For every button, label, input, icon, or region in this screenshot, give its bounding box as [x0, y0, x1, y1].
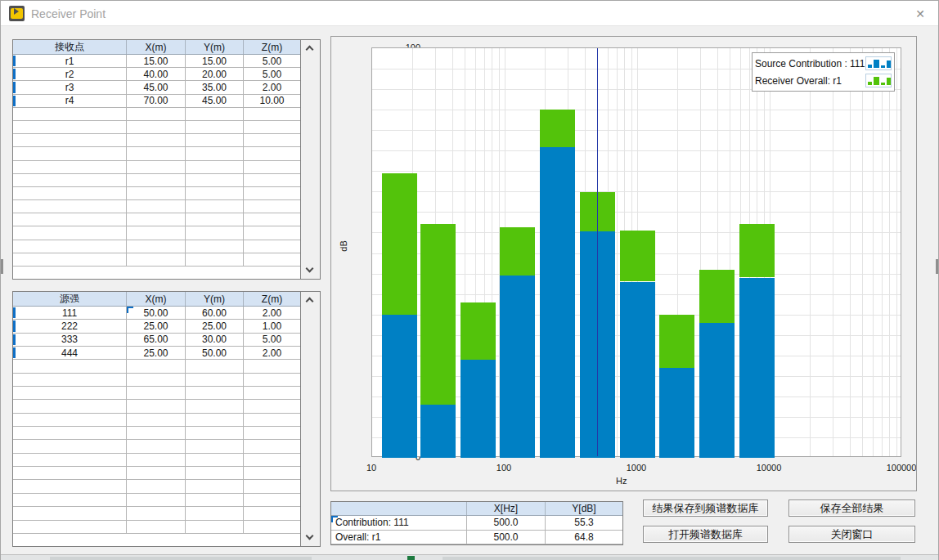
table-cell[interactable]	[186, 240, 244, 253]
table-cell[interactable]	[127, 454, 186, 466]
table-cell[interactable]	[127, 108, 186, 120]
table-cell[interactable]: 25.00	[127, 347, 186, 359]
table-cell[interactable]	[244, 187, 300, 199]
table-row[interactable]	[13, 387, 300, 400]
table-cell[interactable]	[186, 213, 244, 226]
table-cell[interactable]	[127, 480, 186, 492]
table-row[interactable]	[13, 121, 300, 134]
table-row[interactable]	[13, 440, 300, 453]
table-cell[interactable]: 5.00	[244, 334, 300, 346]
table-cell[interactable]	[13, 161, 127, 173]
table-cell[interactable]: 5.00	[244, 55, 300, 67]
legend-item-contribution[interactable]: Source Contribution : 111	[755, 55, 892, 72]
table-cell[interactable]	[127, 467, 186, 479]
table-cell[interactable]	[244, 108, 300, 120]
table-cell[interactable]: 5.00	[244, 68, 300, 80]
table-cell[interactable]	[244, 467, 300, 479]
table-cell[interactable]: r4	[13, 95, 127, 107]
table-cell[interactable]	[13, 174, 127, 186]
table-cell[interactable]	[186, 507, 244, 519]
table-cell[interactable]	[127, 253, 186, 266]
table-cell[interactable]	[244, 374, 300, 386]
table-cell[interactable]	[13, 134, 127, 146]
table-cell[interactable]	[13, 226, 127, 239]
table-cell[interactable]	[13, 480, 127, 492]
table-cell[interactable]	[127, 240, 186, 253]
bar-plot-icon[interactable]	[865, 56, 892, 70]
table-cell[interactable]	[186, 440, 244, 452]
table-cell[interactable]	[244, 253, 300, 266]
table-cell[interactable]	[127, 387, 186, 399]
table-row[interactable]	[13, 374, 300, 387]
table-cell[interactable]: 70.00	[127, 95, 186, 107]
table-cell[interactable]: 40.00	[127, 68, 186, 80]
table-cell[interactable]	[186, 360, 244, 372]
table-cell[interactable]	[127, 134, 186, 146]
table-cell[interactable]: 111	[13, 307, 127, 319]
table-row[interactable]	[13, 187, 300, 200]
table-cell[interactable]: Overall: r1	[331, 531, 467, 544]
table-cell[interactable]: 15.00	[127, 55, 186, 67]
table-cell[interactable]	[186, 427, 244, 439]
table-cell[interactable]	[127, 226, 186, 239]
scroll-up-icon[interactable]	[307, 297, 313, 303]
table-cell[interactable]	[244, 480, 300, 492]
table-cell[interactable]	[244, 454, 300, 466]
table-row[interactable]	[13, 161, 300, 174]
table-row[interactable]	[13, 507, 300, 520]
table-cell[interactable]: 25.00	[186, 320, 244, 332]
cursor-readout-table[interactable]: X[Hz]Y[dB]Contribution: 111500.055.3Over…	[330, 501, 623, 545]
table-cell[interactable]	[186, 400, 244, 412]
scroll-up-icon[interactable]	[307, 45, 313, 52]
table-cell[interactable]	[186, 121, 244, 133]
chart-cursor[interactable]	[597, 48, 598, 456]
table-cell[interactable]	[186, 480, 244, 492]
table-cell[interactable]: 15.00	[186, 55, 244, 67]
table-cell[interactable]: Contribution: 111	[331, 516, 467, 530]
table-cell[interactable]	[13, 427, 127, 439]
table-row[interactable]	[13, 467, 300, 480]
table-row[interactable]	[13, 253, 300, 267]
table-row[interactable]	[13, 521, 300, 534]
table-cell[interactable]	[244, 440, 300, 452]
table-cell[interactable]	[13, 507, 127, 519]
table-row[interactable]: 33365.0030.005.00	[13, 334, 300, 347]
table-row[interactable]	[13, 200, 300, 213]
table-cell[interactable]: 444	[13, 347, 127, 359]
close-icon[interactable]: ✕	[910, 4, 930, 24]
table-cell[interactable]: 2.00	[244, 81, 300, 93]
table-cell[interactable]	[186, 108, 244, 120]
table-cell[interactable]	[244, 521, 300, 533]
table-cell[interactable]	[186, 494, 244, 506]
table-cell[interactable]	[244, 414, 300, 426]
table-cell[interactable]: 30.00	[186, 334, 244, 346]
table-cell[interactable]: 1.00	[244, 320, 300, 332]
table-row[interactable]	[13, 494, 300, 507]
table-cell[interactable]	[186, 454, 244, 466]
table-row[interactable]	[13, 108, 300, 121]
table-cell[interactable]	[244, 134, 300, 146]
legend-item-overall[interactable]: Receiver Overall: r1	[755, 72, 892, 89]
plot-area[interactable]	[371, 47, 901, 457]
table-row[interactable]	[13, 174, 300, 187]
table-cell[interactable]	[186, 414, 244, 426]
table-cell[interactable]: 2.00	[244, 347, 300, 359]
table-cell[interactable]: 60.00	[186, 307, 244, 319]
table-cell[interactable]	[186, 147, 244, 159]
table-cell[interactable]: 500.0	[467, 516, 546, 530]
table-cell[interactable]	[13, 494, 127, 506]
table-cell[interactable]	[127, 440, 186, 452]
table-row[interactable]: r345.0035.002.00	[13, 81, 300, 94]
table-cell[interactable]	[127, 400, 186, 412]
table-cell[interactable]	[186, 521, 244, 533]
table-cell[interactable]	[186, 253, 244, 266]
table-cell[interactable]	[244, 121, 300, 133]
table-cell[interactable]	[186, 387, 244, 399]
table-row[interactable]: 11150.0060.002.00	[13, 307, 300, 320]
bar-plot-icon[interactable]	[865, 74, 892, 87]
source-table-scrollbar[interactable]	[300, 292, 320, 546]
table-cell[interactable]: 50.00	[186, 347, 244, 359]
table-cell[interactable]: 45.00	[186, 95, 244, 107]
table-cell[interactable]: 50.00	[127, 307, 186, 319]
table-row[interactable]	[13, 400, 300, 413]
